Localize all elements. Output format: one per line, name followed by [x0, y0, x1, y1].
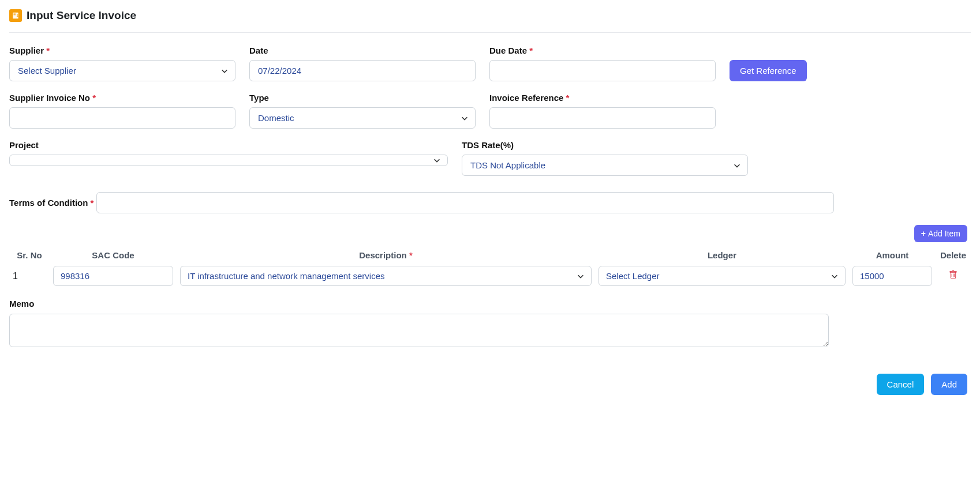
label-tds-rate: TDS Rate(%) [462, 140, 748, 150]
description-select[interactable]: IT infrastructure and network management… [180, 266, 592, 286]
label-supplier-text: Supplier [9, 46, 44, 55]
ledger-select[interactable]: Select Ledger [599, 266, 846, 286]
sac-code-input[interactable] [53, 266, 173, 286]
trash-icon[interactable] [949, 270, 957, 279]
svg-text:$: $ [17, 14, 18, 17]
header-desc: Description * [177, 247, 595, 264]
label-memo: Memo [9, 299, 34, 309]
footer-actions: Cancel Add [9, 374, 971, 395]
header-desc-text: Description [359, 250, 407, 260]
header-sr: Sr. No [9, 247, 50, 264]
invoice-reference-input[interactable] [489, 107, 716, 129]
group-tds-rate: TDS Rate(%) TDS Not Applicable [462, 140, 748, 176]
label-project: Project [9, 140, 448, 150]
label-date: Date [249, 46, 476, 55]
group-due-date: Due Date * [489, 46, 716, 81]
label-type: Type [249, 93, 476, 103]
svg-rect-1 [14, 14, 16, 14]
table-row: 1 IT infrastructure and network manageme… [9, 264, 971, 288]
header-sac: SAC Code [50, 247, 177, 264]
project-select[interactable] [9, 155, 448, 166]
required-marker: * [46, 46, 50, 55]
label-supplier: Supplier * [9, 46, 235, 55]
add-button[interactable]: Add [931, 374, 967, 395]
page-title: Input Service Invoice [27, 9, 136, 22]
page-header: $ Input Service Invoice [9, 6, 971, 32]
group-terms: Terms of Condition * [9, 187, 971, 213]
label-supplier-invoice-no-text: Supplier Invoice No [9, 93, 90, 103]
group-supplier: Supplier * Select Supplier [9, 46, 235, 81]
due-date-input[interactable] [489, 60, 716, 81]
cancel-button[interactable]: Cancel [877, 374, 925, 395]
form-row-1: Supplier * Select Supplier Date Due Date… [9, 46, 971, 81]
table-header-row: Sr. No SAC Code Description * Ledger Amo… [9, 247, 971, 264]
label-invoice-reference-text: Invoice Reference [489, 93, 563, 103]
group-type: Type Domestic [249, 93, 476, 129]
required-marker: * [529, 46, 533, 55]
header-amount: Amount [849, 247, 936, 264]
amount-input[interactable] [852, 266, 932, 286]
required-marker: * [91, 198, 94, 208]
required-marker: * [92, 93, 96, 103]
add-item-label: Add Item [928, 229, 960, 238]
tds-rate-select[interactable]: TDS Not Applicable [462, 155, 748, 176]
items-table: Sr. No SAC Code Description * Ledger Amo… [9, 247, 971, 288]
label-due-date-text: Due Date [489, 46, 527, 55]
form-row-3: Project TDS Rate(%) TDS Not Applicable [9, 140, 971, 176]
group-invoice-reference: Invoice Reference * [489, 93, 716, 129]
header-delete: Delete [936, 247, 971, 264]
get-reference-button[interactable]: Get Reference [730, 60, 807, 81]
group-memo: Memo [9, 299, 829, 349]
invoice-icon: $ [9, 9, 22, 22]
supplier-select[interactable]: Select Supplier [9, 60, 235, 81]
label-terms-text: Terms of Condition [9, 198, 88, 208]
add-item-row: +Add Item [9, 225, 971, 242]
plus-icon: + [921, 229, 926, 238]
date-input[interactable] [249, 60, 476, 81]
label-invoice-reference: Invoice Reference * [489, 93, 716, 103]
group-get-reference: Get Reference [730, 46, 807, 81]
label-terms: Terms of Condition * [9, 198, 93, 208]
add-item-button[interactable]: +Add Item [914, 225, 967, 242]
cell-sr: 1 [9, 264, 50, 288]
label-due-date: Due Date * [489, 46, 716, 55]
header-ledger: Ledger [595, 247, 849, 264]
terms-input[interactable] [96, 192, 834, 213]
label-supplier-invoice-no: Supplier Invoice No * [9, 93, 235, 103]
required-marker: * [566, 93, 570, 103]
required-marker: * [409, 250, 413, 260]
group-project: Project [9, 140, 448, 176]
type-select[interactable]: Domestic [249, 107, 476, 129]
svg-rect-2 [14, 14, 16, 15]
memo-textarea[interactable] [9, 314, 829, 347]
form-row-2: Supplier Invoice No * Type Domestic Invo… [9, 93, 971, 129]
group-date: Date [249, 46, 476, 81]
supplier-invoice-no-input[interactable] [9, 107, 235, 129]
header-separator [9, 32, 971, 33]
group-supplier-invoice-no: Supplier Invoice No * [9, 93, 235, 129]
